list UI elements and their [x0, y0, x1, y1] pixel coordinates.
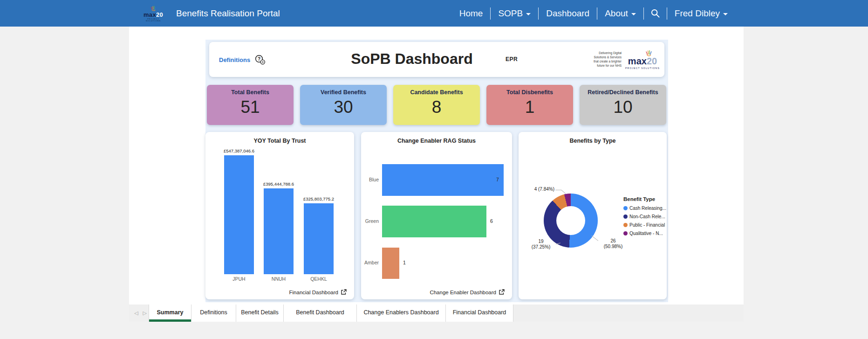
link-label: Change Enabler Dashboard [430, 290, 496, 295]
legend-label: Cash Releasing... [629, 206, 666, 211]
epr-label: EPR [506, 56, 518, 62]
nav-link-dashboard[interactable]: Dashboard [539, 8, 597, 19]
logo-subtitle: PROJECT SOLUTIONS [140, 18, 167, 22]
kpi-card-total-disbenefits: Total Disbenefits 1 [486, 85, 573, 125]
external-link-icon [499, 289, 505, 295]
bar-value-label: 1 [403, 260, 406, 265]
max20-header-logo: Delivering Digital Solutions & Services … [590, 44, 661, 74]
max20-hand-icon [148, 5, 158, 11]
logo-word-20: 20 [647, 56, 657, 66]
bar-amber[interactable] [382, 248, 399, 279]
kpi-value: 1 [486, 97, 573, 117]
legend-dot [623, 214, 628, 219]
change-enabler-rag-chart: Change Enabler RAG Status Blue Green Amb… [361, 132, 512, 299]
svg-text:?: ? [258, 56, 260, 62]
kpi-value: 10 [580, 97, 666, 117]
kpi-label: Retired/Declined Benefits [580, 85, 666, 96]
logo-word-max: max [628, 56, 647, 66]
tab-label: Financial Dashboard [453, 309, 506, 316]
legend-dot [623, 231, 628, 235]
tab-label: Benefit Dashboard [296, 309, 344, 316]
chart-legend: Benefit Type Cash Releasing... Non-Cash … [623, 196, 666, 239]
caret-down-icon [526, 13, 531, 15]
legend-label: Non-Cash Rele... [629, 214, 665, 219]
y-axis-label: Amber [361, 260, 379, 265]
nav-link-sopb[interactable]: SOPB [491, 8, 538, 19]
label-connector [561, 190, 566, 194]
legend-label: Qualitative - N... [629, 231, 663, 236]
y-axis-label: Green [361, 218, 379, 224]
kpi-label: Total Disbenefits [486, 85, 573, 96]
report-header-card: Definitions ? SoPB Dashboard EPR Deliver… [209, 42, 664, 77]
bar-qehkl[interactable] [304, 203, 334, 274]
legend-title: Benefit Type [623, 196, 666, 202]
nav-link-about-label: About [605, 8, 628, 19]
chevron-left-icon[interactable]: ◁ [132, 310, 140, 316]
legend-item-non-cash-releasing[interactable]: Non-Cash Rele... [623, 214, 666, 219]
tab-benefit-details[interactable]: Benefit Details [236, 304, 284, 322]
kpi-value: 8 [393, 97, 480, 117]
kpi-value: 51 [207, 97, 294, 117]
legend-label: Public - Financial [629, 222, 665, 228]
bar-jpuh[interactable] [224, 155, 254, 274]
kpi-card-verified-benefits: Verified Benefits 30 [300, 85, 387, 125]
active-tab-underline [149, 319, 191, 322]
bar-value-label: 7 [496, 177, 499, 182]
brand-title[interactable]: Benefits Realisation Portal [176, 8, 280, 19]
kpi-value: 30 [300, 97, 387, 117]
definitions-label: Definitions [219, 56, 250, 63]
x-axis-label: QEHKL [295, 276, 342, 282]
user-name: Fred Dibley [675, 8, 720, 19]
bar-value-label: £547,387,046.6 [213, 148, 265, 153]
slice-label-cash: 26 (50.98%) [598, 238, 629, 249]
legend-item-qualitative[interactable]: Qualitative - N... [623, 231, 666, 236]
navbar-links: Home SOPB Dashboard About Fred Dibley [452, 7, 735, 20]
tab-summary[interactable]: Summary [149, 304, 191, 322]
tab-label: Benefit Details [241, 309, 279, 316]
nav-link-about[interactable]: About [597, 8, 643, 19]
external-link-icon [341, 289, 347, 295]
legend-dot [623, 206, 628, 210]
yoy-total-by-trust-chart: YOY Total By Trust £547,387,046.6 £395,4… [205, 132, 354, 299]
kpi-card-total-benefits: Total Benefits 51 [207, 85, 294, 125]
tab-benefit-dashboard[interactable]: Benefit Dashboard [284, 304, 357, 322]
max20-hand-icon [643, 49, 654, 56]
bar-value-label: £395,444,788.6 [253, 181, 304, 187]
bar-value-label: 6 [490, 218, 493, 224]
top-navbar: max20 PROJECT SOLUTIONS Benefits Realisa… [0, 0, 868, 27]
nav-link-sopb-label: SOPB [498, 8, 523, 19]
definitions-link[interactable]: Definitions ? [219, 55, 266, 65]
legend-item-cash-releasing[interactable]: Cash Releasing... [623, 206, 666, 211]
kpi-label: Candidate Benefits [393, 85, 480, 96]
tab-label: Definitions [200, 309, 227, 316]
kpi-card-retired-declined-benefits: Retired/Declined Benefits 10 [580, 85, 666, 125]
label-connector [591, 235, 598, 241]
slice-label-public: 4 (7.84%) [524, 187, 554, 192]
bar-nnuh[interactable] [264, 188, 294, 274]
bar-green[interactable] [382, 206, 486, 237]
change-enabler-dashboard-link[interactable]: Change Enabler Dashboard [430, 289, 505, 295]
financial-dashboard-link[interactable]: Financial Dashboard [289, 289, 347, 295]
caret-down-icon [723, 13, 728, 15]
search-button[interactable] [644, 8, 667, 18]
tab-definitions[interactable]: Definitions [191, 304, 236, 322]
tab-label: Summary [157, 309, 184, 316]
x-axis-label: NNUH [255, 276, 302, 282]
kpi-label: Verified Benefits [300, 85, 387, 96]
user-menu[interactable]: Fred Dibley [667, 8, 735, 19]
link-label: Financial Dashboard [289, 290, 338, 295]
bar-blue[interactable] [382, 164, 504, 196]
navbar-logo[interactable]: max20 PROJECT SOLUTIONS [140, 5, 167, 22]
kpi-label: Total Benefits [207, 85, 294, 96]
search-icon [650, 8, 660, 18]
nav-link-home[interactable]: Home [452, 8, 491, 19]
question-speech-bubble-icon: ? [254, 55, 266, 65]
chevron-right-icon[interactable]: ▷ [140, 310, 149, 316]
logo-tagline: Delivering Digital Solutions & Services … [592, 51, 622, 68]
y-axis-label: Blue [361, 177, 379, 182]
bar-value-label: £325,803,775.2 [293, 196, 344, 201]
legend-item-public-financial[interactable]: Public - Financial [623, 222, 666, 228]
chart-title: Benefits by Type [519, 138, 667, 144]
tab-financial-dashboard[interactable]: Financial Dashboard [446, 304, 513, 322]
tab-change-enablers-dashboard[interactable]: Change Enablers Dashboard [357, 304, 446, 322]
